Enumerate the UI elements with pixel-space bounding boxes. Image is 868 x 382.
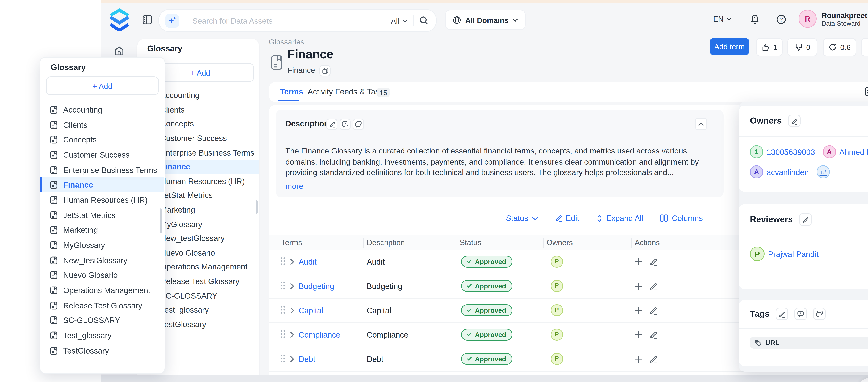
term-link[interactable]: Debt [299,355,315,363]
edit-table-button[interactable]: Edit [555,214,579,222]
tab-activity-feeds[interactable]: Activity Feeds & Tasks [308,88,387,96]
breadcrumb[interactable]: Glossaries [269,37,304,46]
owner-entry[interactable]: 113005639003 [750,145,819,158]
term-link[interactable]: Budgeting [299,282,334,290]
expand-row-button[interactable] [289,258,294,265]
add-child-term-button[interactable] [634,305,643,315]
user-link[interactable]: Prajwal Pandit [768,250,818,258]
drag-handle[interactable] [281,304,285,316]
tag-conversations-button[interactable] [813,308,826,320]
popup-glossary-item[interactable]: Release Test Glossary [39,298,164,313]
add-child-term-button[interactable] [634,330,643,339]
request-description-button[interactable]: ? [340,119,351,130]
add-child-term-button[interactable] [634,281,643,290]
sidebar-scrollbar[interactable] [255,200,258,214]
search-input[interactable] [191,16,391,25]
search-submit-button[interactable] [420,16,429,25]
popup-glossary-item[interactable]: Concepts [39,132,164,147]
expand-row-button[interactable] [289,282,294,289]
popup-glossary-item[interactable]: JetStat Metrics [39,207,164,223]
status-filter-dropdown[interactable]: Status [506,214,538,222]
edit-owners-button[interactable] [788,115,801,127]
collapse-right-panel-button[interactable] [865,87,868,99]
popup-glossary-item[interactable]: Finance [39,177,164,193]
edit-term-button[interactable] [649,305,658,315]
popup-glossary-item[interactable]: Human Resources (HR) [39,193,164,208]
edit-tags-button[interactable] [776,308,788,320]
collapse-description-button[interactable] [695,118,707,130]
columns-button[interactable]: Columns [660,214,703,222]
term-link[interactable]: Capital [299,306,323,314]
user-avatar[interactable]: R [799,10,817,28]
owner-avatar[interactable]: P [551,256,563,268]
popup-scrollbar[interactable] [159,208,162,233]
expand-all-button[interactable]: Expand All [596,213,643,223]
owner-avatar[interactable]: P [551,328,563,341]
global-search-bar[interactable]: All [158,9,437,32]
owner-entry[interactable]: AAhmed Mohamed [823,145,868,158]
add-child-term-button[interactable] [634,354,643,363]
edit-term-button[interactable] [649,257,658,266]
search-scope-dropdown[interactable]: All [391,16,408,25]
reviewer-entry[interactable]: PPrajwal Pandit [750,246,823,261]
tag-chip[interactable]: URL [750,337,868,349]
more-owners-chip[interactable]: +8 [816,165,830,178]
column-header-status[interactable]: Status [460,238,482,246]
owner-avatar[interactable]: P [551,353,563,365]
expand-row-button[interactable] [289,355,294,362]
popup-glossary-item[interactable]: Nuevo Glosario [39,268,164,283]
column-header-description[interactable]: Description [367,238,405,246]
request-tags-button[interactable]: ? [795,308,807,320]
popup-glossary-item[interactable]: Customer Success [39,147,164,163]
owner-avatar[interactable]: P [551,280,563,292]
column-header-owners[interactable]: Owners [547,238,573,246]
upvote-button[interactable]: 1 [756,38,783,56]
collapse-left-panel-button[interactable] [142,14,152,28]
term-link[interactable]: Compliance [299,330,340,339]
drag-handle[interactable] [281,352,285,365]
help-button[interactable]: ? [776,14,786,27]
expand-row-button[interactable] [289,331,294,338]
owner-entry[interactable]: Aacvanlinden [750,165,813,178]
owner-avatar[interactable]: P [551,304,563,316]
description-more-link[interactable]: more [285,182,303,190]
popup-glossary-item[interactable]: Clients [39,117,164,132]
add-term-button[interactable]: Add term [710,38,749,55]
language-selector[interactable]: EN [713,14,732,23]
tab-terms[interactable]: Terms [280,88,303,96]
edit-reviewers-button[interactable] [799,213,812,226]
comments-button[interactable] [353,119,364,130]
drag-handle[interactable] [281,328,285,341]
column-header-terms[interactable]: Terms [281,238,302,246]
domains-dropdown[interactable]: All Domains [446,10,525,29]
downvote-button[interactable]: 0 [787,38,817,56]
expand-row-button[interactable] [289,306,294,314]
popup-glossary-item[interactable]: New_testGlossary [39,253,164,268]
popup-glossary-item[interactable]: SC-GLOSSARY [39,313,164,328]
popup-glossary-item[interactable]: Marketing [39,223,164,238]
popup-glossary-item[interactable]: Accounting [39,102,164,117]
column-header-actions[interactable]: Actions [635,238,660,246]
copy-name-button[interactable] [319,65,331,77]
popup-glossary-item[interactable]: MyGlossary [39,238,164,253]
edit-term-button[interactable] [649,281,658,290]
notifications-button[interactable] [750,14,760,28]
more-actions-button[interactable] [861,38,868,56]
drag-handle[interactable] [281,280,285,292]
version-button[interactable]: 0.6 [823,38,856,56]
edit-description-button[interactable] [327,119,338,130]
user-link[interactable]: acvanlinden [767,168,809,176]
drag-handle[interactable] [281,255,285,268]
term-link[interactable]: Audit [299,257,317,266]
user-link[interactable]: Ahmed Mohamed [839,148,868,156]
popup-glossary-item[interactable]: Test_glossary [39,328,164,343]
popup-glossary-item[interactable]: TestGlossary [39,343,164,358]
user-link[interactable]: 13005639003 [767,148,815,156]
app-logo[interactable] [109,8,130,34]
ai-sparkle-icon[interactable] [165,13,179,27]
popup-glossary-item[interactable]: Enterprise Business Terms [39,163,164,177]
edit-term-button[interactable] [649,330,658,339]
add-child-term-button[interactable] [634,257,643,266]
edit-term-button[interactable] [649,354,658,363]
popup-glossary-item[interactable]: Operations Management [39,283,164,298]
